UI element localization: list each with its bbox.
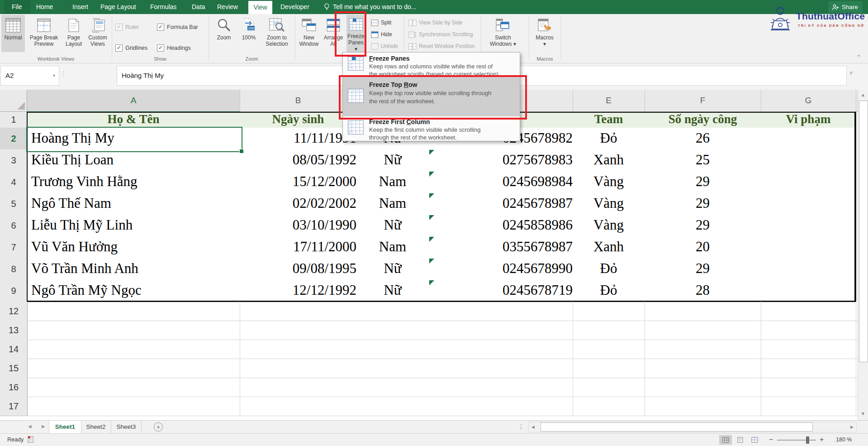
collapse-ribbon-icon[interactable]: ⌃	[856, 54, 861, 61]
formula-bar-checkbox[interactable]: ✓ Formula Bar	[157, 23, 198, 31]
headings-checkbox[interactable]: ✓ Headings	[157, 44, 191, 52]
ruler-checkbox[interactable]: ✓ Ruler	[115, 23, 139, 31]
sheet-nav-left-icon[interactable]: ◀	[28, 424, 32, 429]
arrange-all-button[interactable]: ArrangeAll	[322, 15, 345, 52]
tab-review[interactable]: Review	[217, 0, 238, 14]
tab-insert[interactable]: Insert	[72, 0, 88, 14]
macros-button[interactable]: Macros▾	[533, 15, 556, 52]
cell-days[interactable]: 29	[645, 215, 761, 237]
cell-violation[interactable]	[761, 193, 856, 215]
formula-bar-expand-icon[interactable]: ˅	[849, 70, 853, 77]
cell-team[interactable]: Vàng	[573, 193, 645, 215]
normal-view-button[interactable]: Normal	[1, 15, 25, 52]
vertical-scrollbar[interactable]: ▲ ▼	[858, 90, 868, 420]
cell-phone[interactable]: 0245698984	[429, 171, 579, 193]
row-header-17[interactable]: 17	[0, 397, 28, 416]
cell-dob[interactable]: 03/10/1990	[240, 215, 362, 237]
tab-formulas[interactable]: Formulas	[150, 0, 176, 14]
cell-dob[interactable]: 17/11/2000	[240, 236, 362, 259]
synchronous-scrolling-button[interactable]: Synchronous Scrolling	[408, 29, 473, 40]
cell-gender[interactable]: Nam	[356, 236, 429, 259]
cell-name[interactable]: Kiều Thị Loan	[27, 149, 244, 172]
tell-me-box[interactable]: Tell me what you want to do...	[324, 0, 416, 14]
cell-phone[interactable]: 0245678987	[429, 193, 579, 215]
tab-developer[interactable]: Developer	[280, 0, 309, 14]
fill-handle[interactable]	[239, 149, 244, 153]
cell-gender[interactable]: Nữ	[356, 149, 429, 172]
menu-item-freeze-top-row[interactable]: Freeze Top Row Keep the top row visible …	[343, 77, 520, 116]
cell-days[interactable]: 20	[645, 236, 761, 259]
cell-gender[interactable]: Nam	[356, 171, 429, 193]
row-header-2[interactable]: 2	[0, 128, 28, 150]
cell-dob[interactable]: 12/12/1992	[240, 280, 362, 302]
row-header-12[interactable]: 12	[0, 302, 28, 321]
cell-days[interactable]: 25	[645, 149, 761, 172]
cell-days[interactable]: 29	[645, 258, 761, 280]
cell-team[interactable]: Xanh	[573, 236, 645, 259]
row-header-14[interactable]: 14	[0, 340, 28, 359]
zoom-in-icon[interactable]: +	[820, 436, 824, 444]
row-header-3[interactable]: 3	[0, 149, 28, 172]
split-button[interactable]: Split	[371, 17, 391, 28]
page-break-preview-button[interactable]: Page BreakPreview	[27, 15, 61, 52]
cell-days[interactable]: 26	[645, 128, 761, 150]
menu-item-freeze-first-column[interactable]: Freeze First Column Keep the first colum…	[343, 116, 520, 142]
name-box[interactable]: A2 ▾	[0, 66, 59, 86]
zoom-slider-track[interactable]	[777, 440, 816, 441]
column-header-A[interactable]: A	[27, 90, 240, 112]
menu-item-freeze-panes[interactable]: Freeze Panes Keep rows and columns visib…	[343, 53, 520, 77]
sheet-tab-sheet1[interactable]: Sheet1	[49, 421, 81, 435]
page-layout-view-shortcut[interactable]	[734, 435, 746, 445]
page-layout-view-button[interactable]: PageLayout	[63, 15, 85, 52]
cell-violation[interactable]	[761, 149, 856, 172]
tab-view-active[interactable]: View	[248, 1, 272, 14]
cell-phone[interactable]: 0355678987	[429, 236, 579, 259]
cell-violation[interactable]	[761, 258, 856, 280]
scroll-down-icon[interactable]: ▼	[858, 411, 868, 416]
row-header-8[interactable]: 8	[0, 258, 28, 280]
cell-phone[interactable]: 0245858986	[429, 215, 579, 237]
column-header-G[interactable]: G	[761, 90, 856, 111]
cell-dob[interactable]: 15/12/2000	[240, 171, 362, 193]
zoom-out-icon[interactable]: −	[769, 436, 773, 444]
cell-name[interactable]: Võ Trần Minh Anh	[27, 258, 244, 280]
name-box-chevron-icon[interactable]: ▾	[53, 66, 55, 85]
zoom-level[interactable]: 180 %	[836, 436, 852, 443]
cell-dob[interactable]: 08/05/1992	[240, 149, 362, 172]
cell-name[interactable]: Trương Vinh Hằng	[27, 171, 244, 193]
sheet-tab-sheet3[interactable]: Sheet3	[111, 421, 142, 433]
view-side-by-side-button[interactable]: View Side by Side	[408, 17, 463, 28]
page-break-view-shortcut[interactable]	[748, 435, 761, 445]
row-header-4[interactable]: 4	[0, 171, 28, 193]
row-header-15[interactable]: 15	[0, 359, 28, 378]
switch-windows-button[interactable]: SwitchWindows ▾	[485, 15, 521, 52]
cell-team[interactable]: Xanh	[573, 149, 645, 172]
row-header-16[interactable]: 16	[0, 378, 28, 397]
header-cell-ngaysinh[interactable]: Ngày sinh	[240, 112, 357, 129]
cell-name[interactable]: Ngô Trần Mỹ Ngọc	[27, 280, 244, 302]
cell-gender[interactable]: Nữ	[356, 215, 429, 237]
row-header-5[interactable]: 5	[0, 193, 28, 215]
cell-phone[interactable]: 0245678990	[429, 258, 579, 280]
tab-page-layout[interactable]: Page Layout	[100, 0, 136, 14]
header-cell-team[interactable]: Team	[573, 112, 645, 129]
new-window-button[interactable]: NewWindow	[298, 15, 320, 52]
row-header-9[interactable]: 9	[0, 280, 28, 302]
cell-gender[interactable]: Nữ	[356, 258, 429, 280]
cell-dob[interactable]: 09/08/1995	[240, 258, 362, 280]
cell-team[interactable]: Đỏ	[573, 280, 645, 302]
column-header-E[interactable]: E	[573, 90, 645, 111]
cell-violation[interactable]	[761, 171, 856, 193]
header-cell-hoten[interactable]: Họ & Tên	[27, 112, 240, 129]
vertical-scroll-thumb[interactable]	[859, 101, 868, 362]
cell-violation[interactable]	[761, 236, 856, 259]
custom-views-button[interactable]: CustomViews	[86, 15, 109, 52]
cell-name[interactable]: Liễu Thị Mỹ Linh	[27, 215, 244, 237]
cell-phone[interactable]: 0275678983	[429, 149, 579, 172]
header-cell-vipham[interactable]: Vi phạm	[761, 112, 856, 129]
cell-violation[interactable]	[761, 215, 856, 237]
cell-days[interactable]: 29	[645, 193, 761, 215]
gridlines-checkbox[interactable]: ✓ Gridlines	[115, 44, 147, 52]
cell-name[interactable]: Vũ Văn Hưởng	[27, 236, 244, 259]
reset-window-position-button[interactable]: Reset Window Position	[408, 41, 474, 52]
